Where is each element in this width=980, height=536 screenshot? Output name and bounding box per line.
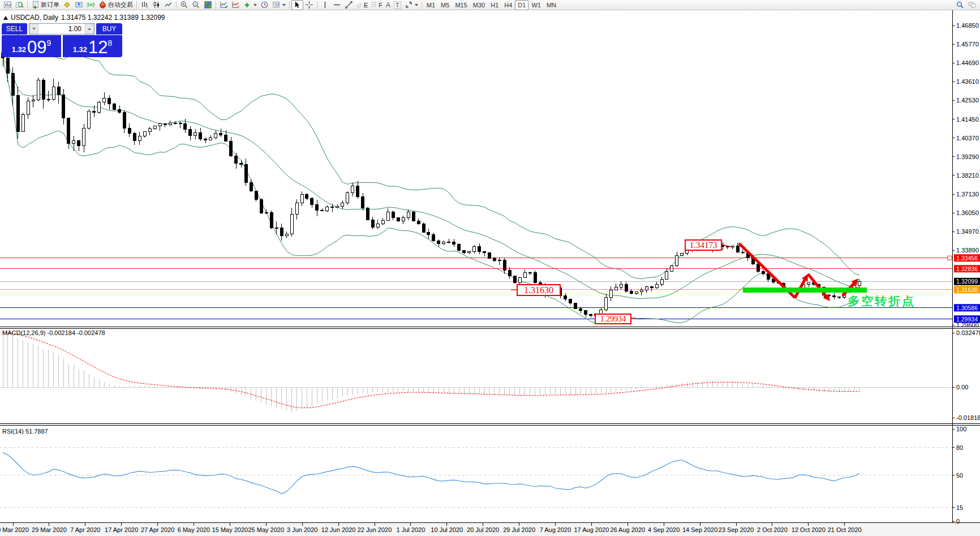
vertical-line-icon	[321, 1, 329, 9]
candle-body	[650, 286, 653, 288]
timeframe-w1-button[interactable]: W1	[528, 0, 544, 10]
candle-body	[300, 194, 303, 203]
date-label: 12 Oct 2020	[792, 526, 826, 533]
candle-body	[32, 100, 35, 101]
indicators-icon	[220, 1, 228, 9]
annotation-low-price[interactable]: 1.29934	[595, 314, 631, 324]
new-chart-button[interactable]	[2, 0, 14, 10]
buy-button[interactable]: BUY	[96, 23, 122, 35]
candle-body	[290, 214, 293, 234]
arrows-tool-button[interactable]	[403, 0, 420, 10]
date-label: 23 Sep 2020	[719, 526, 754, 533]
date-label: 7 Aug 2020	[540, 526, 571, 533]
cursor-tool-button[interactable]	[291, 0, 303, 10]
timeframe-m30-button[interactable]: M30	[470, 0, 488, 10]
candle-body	[630, 291, 633, 294]
candle-body	[528, 272, 531, 273]
chat-button[interactable]	[966, 0, 978, 10]
timeframe-h4-button[interactable]: H4	[501, 0, 515, 10]
date-label: 14 Sep 2020	[682, 526, 717, 533]
candlestick-button[interactable]	[151, 0, 162, 10]
symbol-marker-icon	[3, 16, 8, 20]
timeframe-mn-button[interactable]: MN	[544, 0, 559, 10]
indicator-list-button[interactable]	[230, 0, 242, 10]
date-label: 27 Apr 2020	[141, 526, 174, 533]
candle-body	[184, 123, 187, 129]
text-label-tool-button[interactable]: T	[392, 0, 403, 10]
cursor-icon	[293, 1, 302, 9]
candle-body	[295, 203, 298, 214]
date-label: 15 May 2020	[212, 526, 248, 533]
buy-price-display[interactable]: 1.32 12 8	[63, 35, 122, 57]
candle-body	[807, 283, 810, 285]
candle-body	[366, 208, 369, 220]
indicator-list-icon	[231, 1, 240, 9]
timeframe-m15-button[interactable]: M15	[452, 0, 470, 10]
horizontal-line-icon	[333, 1, 341, 9]
templates-button[interactable]	[270, 0, 287, 10]
profiles-button[interactable]	[14, 0, 25, 10]
one-click-trading-panel: SELL 1.00 BUY 1.32 09 9 1.32 12 8	[2, 23, 122, 57]
candle-body	[523, 273, 526, 277]
crosshair-tool-button[interactable]	[303, 0, 315, 10]
add-indicator-button[interactable]	[242, 0, 259, 10]
volume-increase-button[interactable]	[85, 24, 94, 34]
timeframe-m1-button[interactable]: M1	[424, 0, 438, 10]
support-zone-bar[interactable]	[743, 288, 867, 293]
candle-body	[858, 281, 861, 285]
candle-body	[569, 299, 572, 303]
signal-button[interactable]	[85, 0, 97, 10]
bar-chart-button[interactable]	[139, 0, 151, 10]
publish-button[interactable]	[73, 0, 85, 10]
eraser-button[interactable]	[61, 0, 73, 10]
sell-price-display[interactable]: 1.32 09 9	[2, 35, 61, 57]
zoom-out-button[interactable]	[190, 0, 202, 10]
candle-body	[442, 242, 445, 244]
horizontal-line-tool-button[interactable]	[331, 0, 343, 10]
tile-windows-button[interactable]	[202, 0, 214, 10]
candle-body	[670, 265, 673, 271]
axis-label: 1.34970	[956, 228, 979, 235]
symbol-ohlc-values: 1.31475 1.32242 1.31389 1.32099	[61, 14, 165, 22]
volume-input[interactable]: 1.00	[38, 24, 85, 34]
text-tool-button[interactable]: A	[384, 0, 392, 10]
macd-signal-line	[3, 333, 859, 408]
price-badge-text: 1.32836	[956, 265, 978, 272]
axis-label: 1.46850	[956, 22, 979, 29]
vertical-line-tool-button[interactable]	[319, 0, 331, 10]
axis-label: 80	[956, 444, 963, 451]
search-button[interactable]	[954, 0, 966, 10]
fibonacci-tool-button[interactable]: F	[369, 0, 384, 10]
timeframe-d1-button[interactable]: D1	[515, 0, 528, 10]
candle-body	[503, 260, 506, 270]
channel-icon	[356, 1, 363, 9]
axis-label: -0.018182	[956, 414, 980, 421]
timeframe-m5-button[interactable]: M5	[438, 0, 452, 10]
timeframe-h1-button[interactable]: H1	[488, 0, 501, 10]
candle-body	[199, 133, 202, 139]
bollinger-lower-band	[3, 58, 859, 324]
axis-label: 1.41450	[956, 116, 979, 123]
volume-decrease-button[interactable]	[29, 24, 38, 34]
candle-body	[665, 271, 668, 279]
equidistant-channel-tool-button[interactable]: E	[355, 0, 369, 10]
chart-canvas[interactable]: 1.468501.457701.446901.436101.425301.414…	[0, 0, 980, 536]
axis-label: 1.43610	[956, 78, 979, 85]
sell-button[interactable]: SELL	[2, 23, 27, 35]
annotation-support-price[interactable]: 1.31630	[517, 284, 561, 296]
indicators-button[interactable]	[218, 0, 230, 10]
candle-body	[189, 130, 192, 136]
trendline-tool-button[interactable]	[343, 0, 355, 10]
candle-body	[148, 128, 151, 132]
candle-body	[362, 197, 364, 208]
bollinger-upper-band	[3, 34, 859, 279]
line-chart-button[interactable]	[162, 0, 174, 10]
zoom-in-button[interactable]	[178, 0, 190, 10]
annotation-note-text[interactable]: 多空转折点	[848, 293, 915, 309]
new-order-button[interactable]: 新订单	[29, 0, 61, 10]
autotrading-button[interactable]: 自动交易	[97, 0, 135, 10]
annotation-high-price[interactable]: 1.34173	[685, 239, 722, 251]
candle-body	[260, 200, 263, 213]
candle-body	[468, 252, 471, 253]
period-clock-button[interactable]	[259, 0, 270, 10]
